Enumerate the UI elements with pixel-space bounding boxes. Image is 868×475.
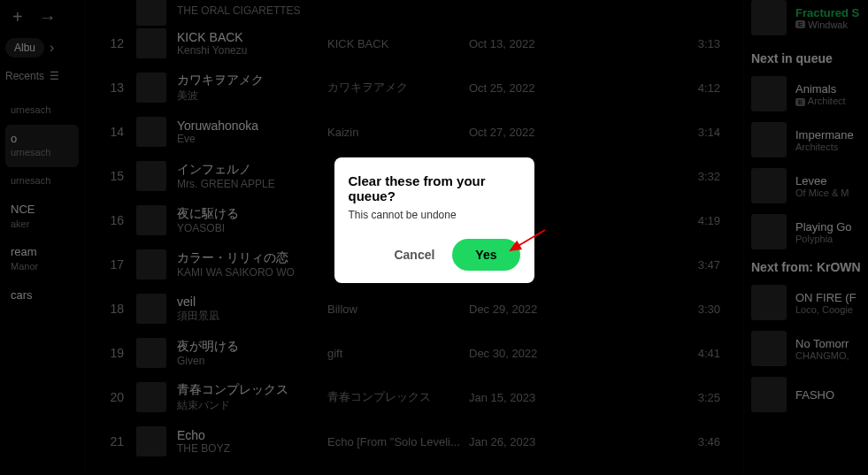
cancel-button[interactable]: Cancel <box>380 239 449 271</box>
modal-overlay: Clear these from your queue? This cannot… <box>0 0 868 475</box>
modal-subtitle: This cannot be undone <box>349 209 520 221</box>
yes-button[interactable]: Yes <box>452 239 519 271</box>
modal-title: Clear these from your queue? <box>349 173 520 203</box>
clear-queue-modal: Clear these from your queue? This cannot… <box>334 157 534 283</box>
